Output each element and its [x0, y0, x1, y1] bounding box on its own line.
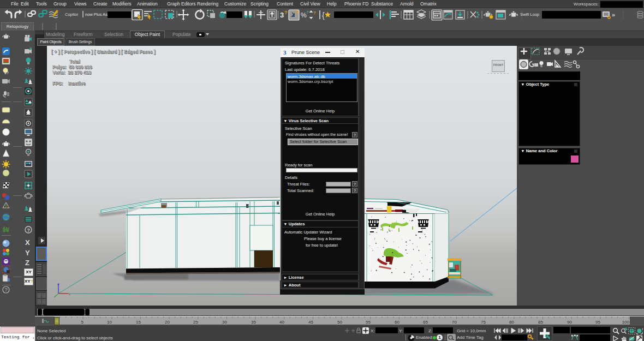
svg-text:now Plus Assi: now Plus Assi [85, 12, 111, 17]
svg-text:35: 35 [251, 320, 256, 325]
svg-text:80: 80 [509, 320, 514, 325]
svg-text:90: 90 [567, 320, 572, 325]
svg-text:?: ? [7, 71, 9, 75]
svg-text:10: 10 [107, 320, 112, 325]
svg-text:3: 3 [280, 11, 284, 19]
svg-text:100: 100 [622, 320, 630, 325]
svg-text:?: ? [5, 287, 8, 292]
svg-text:85: 85 [538, 320, 543, 325]
svg-text:?: ? [313, 10, 316, 15]
svg-text:»: » [612, 11, 615, 18]
svg-text:60: 60 [395, 320, 399, 325]
svg-text:?: ? [284, 10, 288, 15]
svg-text:x: x [69, 292, 70, 296]
svg-text:65: 65 [423, 320, 428, 325]
svg-text:20: 20 [165, 320, 170, 325]
svg-text:?: ? [295, 10, 299, 16]
svg-text:40: 40 [279, 320, 284, 325]
svg-text:{: { [322, 11, 325, 20]
svg-text:70: 70 [452, 320, 457, 325]
svg-text:75: 75 [481, 320, 486, 325]
svg-text:95: 95 [595, 320, 600, 325]
svg-text:5: 5 [81, 320, 84, 325]
svg-text:?: ? [27, 228, 31, 233]
svg-text:30: 30 [222, 320, 227, 325]
svg-text:50: 50 [337, 320, 342, 325]
svg-text:45: 45 [308, 320, 313, 325]
svg-text:55: 55 [366, 320, 371, 325]
svg-text:Swift Loop: Swift Loop [520, 12, 539, 17]
svg-text:15: 15 [136, 320, 141, 325]
svg-text:?: ? [306, 10, 309, 15]
svg-text:Copitor: Copitor [65, 12, 79, 17]
svg-text:25: 25 [193, 320, 198, 325]
